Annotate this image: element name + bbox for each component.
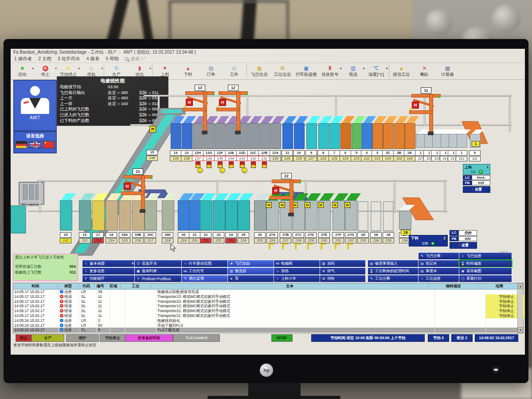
mtbf-button[interactable]: MTBF — [271, 334, 293, 342]
column-header-6[interactable]: 工位 — [121, 283, 151, 289]
tank-5-123[interactable]: 5123 — [352, 116, 361, 172]
func-button-loading-trolley[interactable]: i上料小车 — [274, 275, 321, 282]
crane-12[interactable]: 12H — [216, 85, 250, 134]
tank-7-125[interactable]: 7125 — [329, 116, 339, 172]
column-header-5[interactable]: 区域 — [107, 283, 121, 289]
state-button-production-state[interactable]: 生产 — [31, 334, 64, 342]
tank-12A-130[interactable]: 12A130 — [270, 116, 280, 172]
table-row[interactable]: 14:05:24 15.02.17i信息LR93开始下载到FLS — [13, 323, 523, 328]
tank-8-126[interactable]: 8126 — [318, 116, 328, 172]
tank-18-214[interactable]: 18214 — [106, 193, 117, 255]
menu-item[interactable]: 1 操作者 — [14, 56, 32, 62]
table-row[interactable]: 14:05:17 15.02.17✕错误SL11Transporter22: 模… — [13, 299, 523, 304]
unloading-set-button[interactable]: ✓设置 — [450, 242, 477, 249]
tank-23-222[interactable]: 23222 — [213, 193, 224, 255]
tank-10-128[interactable]: 10128 — [294, 116, 304, 172]
func-button-flightbar-tracking[interactable]: ➤飞巴追踪 — [228, 260, 275, 267]
func-button-crane-drive-range[interactable]: ∩行车驱动范围 — [182, 260, 229, 267]
crane-21[interactable]: 21H — [121, 168, 155, 213]
toolbar-button-temperature[interactable]: ℃温度[°C]▾ — [365, 63, 388, 79]
toolbar-button-crane-track[interactable]: ▣行车轨迹图 — [294, 63, 319, 79]
table-row[interactable]: 14:05:17 15.02.17✕错误SL11Transporter13: 模… — [13, 294, 523, 299]
state-button-stop-state[interactable]: 停止 — [16, 334, 31, 342]
menu-item[interactable]: 5 帮助 — [106, 56, 119, 62]
func-button-screen-print[interactable]: ▢屏幕打印 — [459, 275, 512, 282]
loading-set-button[interactable]: ✓设置 — [463, 186, 490, 193]
column-header-3[interactable]: 代码 — [78, 283, 94, 289]
column-header-9[interactable]: 结果 — [479, 283, 520, 289]
func-button-supply[interactable]: ⊞供给 — [320, 275, 365, 282]
tank-14-139[interactable]: 14139 — [171, 116, 180, 172]
tank-3-121[interactable]: 3121 — [372, 116, 382, 172]
tank-21-220[interactable]: 21220 — [189, 193, 200, 255]
func-button-heating[interactable]: ♨加热 — [274, 268, 321, 274]
toolbar-button-rack-type[interactable]: ♜挂具型号▾ — [319, 63, 342, 79]
state-button-tls-control[interactable]: TLS-Control — [173, 334, 220, 342]
menu-item[interactable]: 4 服务 — [86, 56, 100, 62]
search-box[interactable]: 搜索 / / — [125, 56, 145, 62]
tank-15-211[interactable]: 15211 — [60, 193, 71, 255]
menu-item[interactable]: 2 文档 — [38, 56, 51, 62]
column-header-1[interactable]: 时间 — [13, 283, 58, 289]
tank-11-129[interactable]: 11129 — [282, 116, 292, 172]
menu-item[interactable]: 3 化学药水 — [58, 56, 80, 62]
tank-27E-230[interactable]: H27E230 — [318, 193, 330, 255]
func-button-pumps[interactable]: ●泵 — [228, 275, 275, 282]
func-button-time-deviation[interactable]: ⌛时间偏差 — [459, 260, 512, 267]
tank-9-127[interactable]: 9127 — [306, 116, 316, 172]
tank-6-124[interactable]: 6124 — [340, 116, 350, 172]
func-button-dosing[interactable]: ▥加药 — [320, 260, 365, 267]
toolbar-button-workpiece[interactable]: ◇工件 — [223, 63, 246, 79]
tank-2B-119[interactable]: 2B119 — [394, 116, 404, 172]
func-button-coating-thickness-input[interactable]: ▤镀层厚度输入 — [368, 260, 420, 267]
tank-28-233[interactable]: 28233 — [357, 193, 369, 255]
column-header-2[interactable]: 类型 — [58, 283, 78, 289]
table-row[interactable]: 14:05:17 15.02.17✕错误SL11Transporter21: 模… — [13, 309, 523, 313]
func-button-save-screenshot[interactable]: ◉保存截图 — [459, 268, 512, 274]
column-header-4[interactable]: 编号 — [94, 283, 107, 289]
toolbar-button-horn[interactable]: ✕喇叭 — [413, 63, 436, 79]
tank-4-122[interactable]: 4122 — [362, 116, 372, 172]
func-button-exhaust[interactable]: ≋排气 — [320, 268, 365, 274]
func-button-flightbar-comments[interactable]: ✎飞巴注释 — [419, 253, 460, 259]
func-button-station-comments[interactable]: ✎工位注释 — [368, 275, 420, 282]
tank-27G-232[interactable]: H27G232 — [345, 193, 356, 255]
func-button-function-keys[interactable]: F功能键开 — [82, 275, 136, 282]
toolbar-button-stop[interactable]: ✕停止▾ — [34, 63, 57, 79]
tank-28-234[interactable]: 28234 — [370, 193, 382, 255]
dropdown-arrow-icon[interactable]: ▾ — [386, 66, 387, 70]
func-button-thickness-book[interactable]: ▤厚度本 — [419, 268, 460, 274]
toolbar-button-calculator[interactable]: ▦计算器 — [436, 63, 459, 79]
func-button-more-info[interactable]: i更多信息 — [82, 268, 136, 274]
state-button-cycle-stop-state[interactable]: 节拍停止 — [100, 334, 125, 342]
toolbar-button-current[interactable]: ▥电流▾ — [342, 63, 365, 79]
func-button-rectifier[interactable]: ▥整流器 — [228, 268, 275, 274]
toolbar-button-flightbar-info[interactable]: ▦飞巴信息 — [248, 63, 271, 79]
crane-22[interactable]: 22H — [270, 173, 303, 216]
func-button-remaining-process-time[interactable]: ⌛工位剩余的处理时间 — [368, 268, 420, 274]
tank-12B-131[interactable]: 12B131 — [259, 116, 269, 172]
column-header-8[interactable]: 物料描述 — [429, 283, 479, 289]
tank-16-212[interactable]: 16212 — [79, 193, 90, 255]
table-row[interactable]: 14:05:17 15.02.17✕错误SL11Transporter11: 模… — [13, 313, 523, 318]
func-button-position-monitoring[interactable]: ✎测位监视 — [182, 275, 229, 282]
state-button-not-ready-time[interactable]: 未准备好时间 — [125, 334, 173, 342]
scroll-down-arrow[interactable]: ▼ — [518, 327, 523, 333]
toolbar-button-orders[interactable]: ▤订单 — [200, 63, 223, 79]
tank-22-221[interactable]: 22221 — [200, 193, 211, 255]
scroll-up-arrow[interactable]: ▲ — [518, 283, 523, 289]
table-scrollbar[interactable]: ▲ ▼ — [517, 283, 523, 333]
func-button-notebook[interactable]: ▤笔记本 — [419, 260, 460, 267]
tank-2C-120[interactable]: 2C120 — [383, 116, 393, 172]
close-icon[interactable]: ✕ — [131, 262, 134, 266]
toolbar-button-hold-station[interactable]: ▲抓住工位 — [390, 63, 413, 79]
tank-27D-229[interactable]: H27D229 — [305, 193, 317, 255]
tank-27F-231[interactable]: H27F231 — [332, 193, 344, 255]
dropdown-arrow-icon[interactable]: ▾ — [149, 66, 151, 70]
toolbar-button-start[interactable]: ■启动▾ — [11, 63, 34, 79]
func-button-flightbar-information[interactable]: i飞巴信息 — [459, 253, 512, 259]
tank-25-224[interactable]: 25224 — [238, 193, 249, 255]
func-button-profinet-profibus[interactable]: ≡Profinet+Profibus — [135, 275, 183, 282]
crane-11[interactable]: 11H — [409, 87, 443, 135]
func-button-basic-screen[interactable]: ⌂基本画面✕ — [82, 260, 136, 267]
